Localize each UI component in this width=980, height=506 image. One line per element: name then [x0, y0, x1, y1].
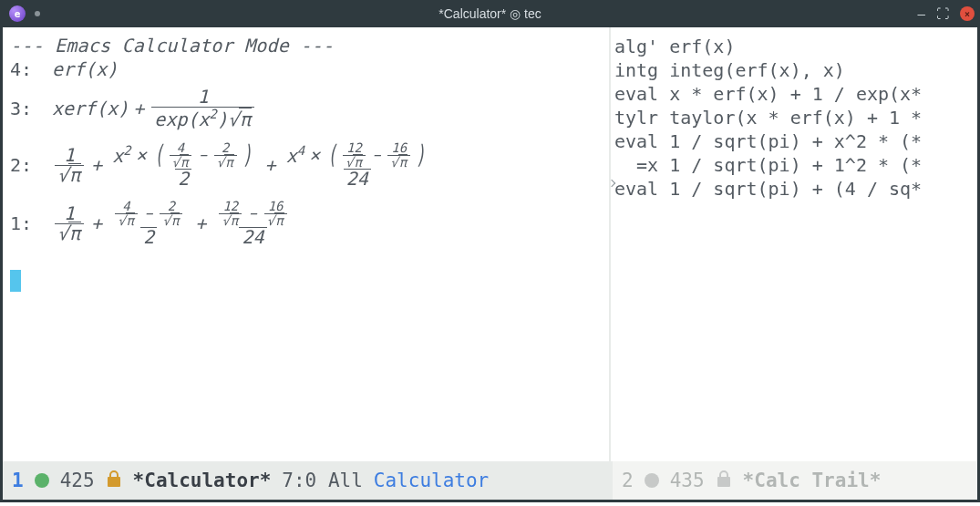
modeline-calc-trail[interactable]: 2 435 *Calc Trail* — [611, 461, 977, 500]
stack-row-2: 2: 1 π + x2 × ( 4 π — [10, 137, 607, 193]
status-dot-icon — [35, 473, 49, 488]
calc-trail-pane[interactable]: alg' erf(x) intg integ(erf(x), x) eval x… — [611, 27, 977, 461]
window-number: 2 — [622, 470, 634, 491]
stack-expr: 1 π + x2 × ( 4 π − — [52, 141, 434, 189]
window-title: *Calculator* ◎ tec — [0, 6, 980, 21]
titlebar: e *Calculator* ◎ tec – ⛶ × — [0, 0, 980, 27]
calculator-pane[interactable]: --- Emacs Calculator Mode --- 4: erf(x) … — [3, 27, 611, 461]
trail-line: eval x * erf(x) + 1 / exp(x* — [614, 82, 977, 106]
lock-icon — [106, 470, 122, 492]
stack-index: 2: — [10, 154, 52, 176]
modelines: 1 425 *Calculator* 7:0 All Calculator 2 … — [3, 461, 977, 500]
major-mode: Calculator — [374, 470, 489, 491]
lock-icon — [716, 470, 732, 492]
cursor-position: 7:0 All — [282, 470, 363, 491]
status-dot-icon — [645, 473, 659, 488]
minimize-button[interactable]: – — [918, 7, 925, 20]
stack-expr: xerf(x) + 1 exp(x2)π — [52, 88, 257, 129]
window-number: 1 — [12, 470, 24, 491]
close-button[interactable]: × — [960, 6, 975, 21]
maximize-button[interactable]: ⛶ — [936, 7, 949, 20]
trail-line: =x 1 / sqrt(pi) + 1^2 * (* — [614, 153, 977, 177]
modeline-calculator[interactable]: 1 425 *Calculator* 7:0 All Calculator — [3, 461, 611, 500]
stack-index: 4: — [10, 58, 52, 80]
trail-line: alg' erf(x) — [614, 35, 977, 58]
line-count: 435 — [670, 470, 705, 491]
stack-expr: erf(x) — [52, 58, 118, 80]
stack-index: 1: — [10, 212, 52, 234]
buffer-name: *Calc Trail* — [743, 470, 882, 491]
stack-index: 3: — [10, 98, 52, 119]
trail-line: intg integ(erf(x), x) — [614, 58, 977, 82]
line-count: 425 — [60, 470, 95, 491]
modified-indicator-icon — [35, 11, 40, 16]
stack-row-4: 4: erf(x) — [10, 58, 607, 80]
stack-expr: 1 π + 4 π − 2 π — [52, 200, 295, 247]
text-cursor — [10, 270, 21, 292]
workspace: --- Emacs Calculator Mode --- 4: erf(x) … — [0, 27, 980, 502]
trail-line: tylr taylor(x * erf(x) + 1 * — [614, 106, 977, 129]
trail-line: eval 1 / sqrt(pi) + (4 / sq* — [614, 177, 977, 201]
stack-row-3: 3: xerf(x) + 1 exp(x2)π — [10, 82, 607, 135]
trail-line: eval 1 / sqrt(pi) + x^2 * (* — [614, 129, 977, 153]
stack-row-1: 1: 1 π + 4 π − — [10, 195, 607, 252]
calc-header: --- Emacs Calculator Mode --- — [10, 35, 607, 57]
emacs-icon: e — [9, 5, 26, 22]
buffer-name: *Calculator* — [133, 470, 272, 491]
